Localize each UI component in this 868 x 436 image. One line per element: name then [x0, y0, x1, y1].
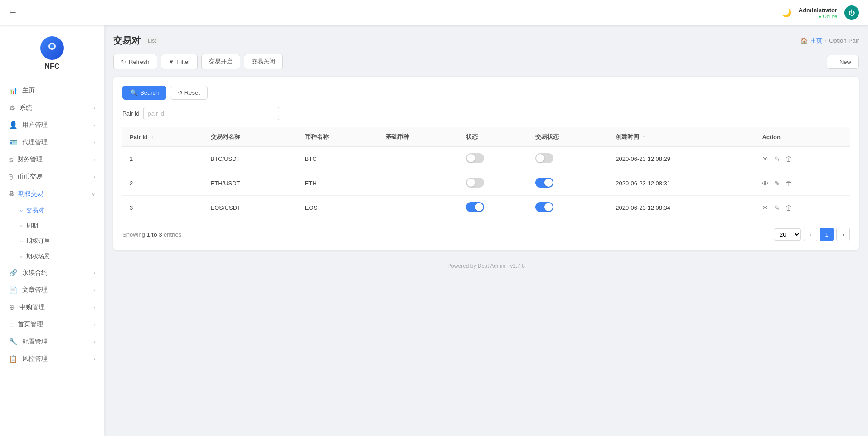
clipboard-icon: 📋: [9, 355, 18, 363]
user-status: Online: [819, 14, 838, 19]
sidebar-item-homepage-mgmt[interactable]: ≡ 首页管理 ›: [0, 316, 104, 333]
sidebar-item-options-trade[interactable]: Ƀ 期权交易 ∨: [0, 185, 104, 203]
sidebar-item-risk-mgmt[interactable]: 📋 风控管理 ›: [0, 350, 104, 368]
trade-open-label: 交易开启: [209, 58, 233, 66]
expand-icon: ∨: [92, 191, 95, 197]
toolbar-left: ↻ Refresh ▼ Filter 交易开启 交易关闭: [113, 54, 283, 69]
sidebar-logo: NFC: [0, 25, 104, 78]
moon-icon[interactable]: 🌙: [781, 8, 791, 18]
search-actions: 🔍 Search ↺ Reset: [122, 86, 850, 100]
refresh-button[interactable]: ↻ Refresh: [113, 54, 157, 69]
nav-label-article: 文章管理: [22, 286, 48, 294]
arrow-icon: ›: [93, 122, 95, 128]
page-1-button[interactable]: 1: [820, 228, 834, 241]
cell-name: BTC/USDT: [204, 147, 298, 171]
view-icon[interactable]: 👁: [762, 155, 769, 163]
trade-status-toggle[interactable]: [535, 153, 553, 163]
status-toggle[interactable]: [466, 178, 484, 188]
sidebar-item-user-mgmt[interactable]: 👤 用户管理 ›: [0, 116, 104, 134]
search-button[interactable]: 🔍 Search: [122, 86, 166, 100]
main-content: 交易对 List 🏠 主页 / Option-Pair ↻ Refresh ▼ …: [104, 25, 868, 436]
edit-icon[interactable]: ✎: [774, 204, 780, 212]
table-row: 2 ETH/USDT ETH 2020-06-23 12:08:31 👁 ✎ 🗑: [122, 171, 850, 196]
cell-name: EOS/USDT: [204, 196, 298, 220]
page-subtitle: List: [144, 37, 160, 45]
delete-icon[interactable]: 🗑: [786, 204, 792, 212]
arrow-icon: ›: [93, 174, 95, 179]
sidebar-item-trading-pair[interactable]: ○ 交易对: [0, 203, 104, 218]
new-button[interactable]: + New: [827, 55, 859, 69]
sub-dot-icon: ○: [20, 254, 23, 259]
next-page-button[interactable]: ›: [836, 228, 850, 241]
doc-icon: 📄: [9, 286, 18, 294]
bitcoin-icon: ₿: [9, 173, 13, 181]
cell-status: [459, 171, 528, 196]
power-button[interactable]: ⏻: [844, 5, 859, 20]
trade-status-toggle[interactable]: [535, 178, 553, 188]
view-icon[interactable]: 👁: [762, 179, 769, 187]
sidebar-item-options-order[interactable]: ○ 期权订单: [0, 233, 104, 249]
col-created-at: 创建时间 ↑: [608, 127, 755, 147]
edit-icon[interactable]: ✎: [774, 179, 780, 188]
sort-icon[interactable]: ↑: [151, 135, 153, 140]
cell-action: 👁 ✎ 🗑: [755, 196, 850, 220]
arrow-icon: ›: [93, 305, 95, 310]
cell-created-at: 2020-06-23 12:08:34: [608, 196, 755, 220]
link-icon: 🔗: [9, 269, 18, 277]
sort-icon[interactable]: ↑: [643, 135, 645, 140]
page-size-select[interactable]: 20 50 100: [774, 228, 801, 241]
reset-button[interactable]: ↺ Reset: [170, 86, 208, 100]
arrow-icon: ›: [93, 287, 95, 293]
delete-icon[interactable]: 🗑: [786, 179, 792, 187]
main-card: 🔍 Search ↺ Reset Pair Id: [113, 77, 859, 250]
toolbar-right: + New: [827, 55, 859, 69]
cell-trade-status: [528, 196, 609, 220]
sidebar-item-options-market[interactable]: ○ 期权场景: [0, 249, 104, 264]
prev-page-button[interactable]: ‹: [804, 228, 817, 241]
delete-icon[interactable]: 🗑: [786, 155, 792, 163]
chart-icon: 📊: [9, 87, 18, 95]
action-icons: 👁 ✎ 🗑: [762, 204, 843, 212]
filter-button[interactable]: ▼ Filter: [161, 54, 198, 69]
gear-icon: ⚙: [9, 104, 15, 112]
sidebar-item-agent-mgmt[interactable]: 🪪 代理管理 ›: [0, 134, 104, 151]
table-wrapper: Pair Id ↑ 交易对名称 币种名称 基础币种 状态 交易状态 创建时间 ↑: [122, 127, 850, 220]
trade-close-button[interactable]: 交易关闭: [244, 54, 283, 69]
col-base-coin: 基础币种: [378, 127, 459, 147]
sidebar-item-config-mgmt[interactable]: 🔧 配置管理 ›: [0, 333, 104, 350]
page-header: 交易对 List 🏠 主页 / Option-Pair: [113, 34, 859, 47]
cell-name: ETH/USDT: [204, 171, 298, 196]
page-title: 交易对 List: [113, 34, 160, 47]
svg-point-1: [50, 44, 54, 48]
sidebar-item-period[interactable]: ○ 周期: [0, 218, 104, 233]
sidebar-item-subscribe-mgmt[interactable]: ⊕ 申购管理 ›: [0, 299, 104, 316]
cell-status: [459, 196, 528, 220]
nav-label-system: 系统: [19, 104, 32, 112]
sidebar-item-article-mgmt[interactable]: 📄 文章管理 ›: [0, 281, 104, 299]
cell-base-coin: [378, 147, 459, 171]
col-status: 状态: [459, 127, 528, 147]
pair-id-input[interactable]: [143, 107, 279, 120]
new-label: + New: [834, 58, 851, 65]
sidebar-item-home[interactable]: 📊 主页: [0, 82, 104, 99]
sidebar-logo-text: NFC: [45, 63, 60, 71]
view-icon[interactable]: 👁: [762, 204, 769, 212]
sidebar-item-perpetual[interactable]: 🔗 永续合约 ›: [0, 264, 104, 281]
trade-open-button[interactable]: 交易开启: [201, 54, 240, 69]
search-fields: Pair Id: [122, 107, 850, 120]
search-label: Search: [140, 89, 159, 96]
sidebar-item-system[interactable]: ⚙ 系统 ›: [0, 99, 104, 116]
edit-icon[interactable]: ✎: [774, 155, 780, 163]
sidebar-item-coin-trade[interactable]: ₿ 币币交易 ›: [0, 168, 104, 185]
status-toggle[interactable]: [466, 202, 484, 212]
menu-icon[interactable]: ☰: [9, 8, 16, 18]
cell-base-coin: [378, 196, 459, 220]
sidebar-item-finance-mgmt[interactable]: $ 财务管理 ›: [0, 151, 104, 168]
trade-status-toggle[interactable]: [535, 202, 553, 212]
layout: NFC 📊 主页 ⚙ 系统 › 👤 用户管理 › 🪪 代理管理 ›: [0, 25, 868, 436]
breadcrumb-current: Option-Pair: [829, 37, 859, 44]
status-toggle[interactable]: [466, 153, 484, 163]
action-icons: 👁 ✎ 🗑: [762, 155, 843, 163]
arrow-icon: ›: [93, 270, 95, 276]
breadcrumb-home-link[interactable]: 主页: [810, 37, 822, 45]
